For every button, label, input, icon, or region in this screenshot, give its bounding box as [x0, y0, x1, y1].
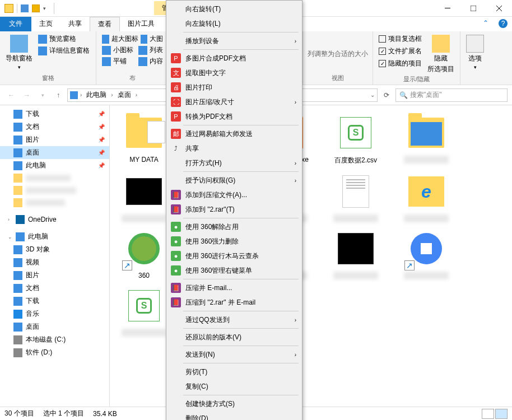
up-button[interactable]: ↑ — [52, 88, 65, 102]
maximize-button[interactable] — [460, 0, 486, 17]
menu-delete[interactable]: 删除(D) — [167, 411, 301, 420]
menu-qq-send[interactable]: 通过QQ发送到› — [167, 312, 301, 327]
ocr-icon: 文 — [171, 68, 181, 78]
navigation-pane-button[interactable]: 导航窗格 ▾ — [4, 34, 34, 74]
folder-icon — [408, 118, 444, 148]
refresh-button[interactable]: ⟳ — [380, 88, 393, 102]
tree-videos[interactable]: 视频 — [0, 256, 109, 269]
item-obscured[interactable] — [394, 111, 458, 165]
pdf-icon: P — [171, 111, 181, 122]
menu-360-force-delete[interactable]: ●使用 360强力删除 — [167, 234, 301, 249]
qat-folder-icon[interactable] — [32, 4, 40, 12]
breadcrumb-dropdown-icon[interactable]: ⌄ — [370, 92, 375, 98]
menu-cut[interactable]: 剪切(T) — [167, 365, 301, 379]
file-ext-toggle[interactable]: ✓文件扩展名 — [378, 46, 423, 57]
resize-icon: ⛶ — [171, 97, 181, 107]
tree-3d[interactable]: 3D 对象 — [0, 243, 109, 256]
menu-cast[interactable]: 播放到设备› — [167, 34, 301, 48]
svg-rect-4 — [421, 243, 432, 254]
menu-add-archive[interactable]: 📕添加到压缩文件(A)... — [167, 188, 301, 202]
item-cmd-thumb[interactable] — [324, 227, 388, 279]
recent-dropdown[interactable]: ▾ — [36, 88, 49, 102]
layout-group-label: 布 — [101, 74, 164, 82]
menu-netease[interactable]: 邮通过网易邮箱大师发送 — [167, 127, 301, 141]
menu-copy[interactable]: 复制(C) — [167, 379, 301, 394]
small-icons-button[interactable]: 小图标列表 — [101, 45, 164, 55]
minimize-button[interactable] — [435, 0, 460, 17]
share-tab[interactable]: 共享 — [60, 17, 90, 31]
tree-pictures[interactable]: 图片📌 — [0, 133, 109, 146]
details-view-button[interactable] — [482, 409, 494, 419]
qat-dropdown-icon[interactable]: ▾ — [43, 6, 46, 11]
tree-documents2[interactable]: 文档 — [0, 282, 109, 295]
menu-zip-2rar-email[interactable]: 📕压缩到 "2.rar" 并 E-mail — [167, 295, 301, 310]
menu-grant-access[interactable]: 授予访问权限(G)› — [167, 173, 301, 188]
search-icon: 🔍 — [399, 91, 408, 99]
menu-zip-email[interactable]: 📕压缩并 E-mail... — [167, 281, 301, 295]
hidden-items-toggle[interactable]: ✓隐藏的项目 — [378, 58, 423, 69]
tree-onedrive[interactable]: ›OneDrive — [0, 213, 109, 226]
hide-selected-button[interactable]: 隐藏所选项目 — [426, 34, 455, 75]
chevron-right-icon[interactable]: › — [8, 217, 12, 222]
chevron-down-icon[interactable]: ⌄ — [8, 234, 12, 240]
drive-icon — [13, 348, 22, 357]
menu-360-unlock[interactable]: ●使用 360解除占用 — [167, 220, 301, 234]
menu-ocr[interactable]: 文提取图中文字 — [167, 66, 301, 80]
tree-downloads2[interactable]: 下载 — [0, 295, 109, 307]
xl-icons-button[interactable]: 超大图标大图 — [101, 34, 164, 44]
qat-separator — [17, 4, 17, 13]
forward-button[interactable]: → — [20, 88, 34, 102]
details-pane-button[interactable]: 详细信息窗格 — [37, 45, 91, 56]
collapse-ribbon-icon[interactable]: ⌃ — [477, 17, 494, 31]
tree-folder-obscured[interactable] — [0, 184, 109, 197]
menu-360-scan[interactable]: ●使用 360进行木马云查杀 — [167, 249, 301, 263]
menu-topdf[interactable]: P转换为PDF文档 — [167, 109, 301, 124]
current-view-label: 视图 — [308, 74, 368, 82]
tree-cdrive[interactable]: 本地磁盘 (C:) — [0, 333, 109, 346]
item-ie-folder[interactable]: e — [394, 170, 458, 222]
breadcrumb-thispc[interactable]: 此电脑 — [84, 89, 109, 101]
menu-rotate-right[interactable]: 向右旋转(T) — [167, 2, 301, 16]
menu-create-shortcut[interactable]: 创建快捷方式(S) — [167, 396, 301, 411]
help-button[interactable]: ? — [499, 19, 508, 28]
search-input[interactable]: 🔍 搜索"桌面" — [395, 88, 508, 102]
tiles-button[interactable]: 平铺内容 — [101, 56, 164, 67]
menu-restore-version[interactable]: 还原以前的版本(V) — [167, 330, 301, 344]
item-baidu-csv[interactable]: S百度数据2.csv — [324, 111, 388, 165]
picture-tools-tab[interactable]: 图片工具 — [120, 17, 162, 31]
tree-thispc[interactable]: ⌄此电脑 — [0, 230, 109, 243]
tree-thispc-quick[interactable]: 此电脑📌 — [0, 159, 109, 172]
tree-pictures2[interactable]: 图片 — [0, 269, 109, 282]
tree-folder-obscured[interactable] — [0, 197, 109, 209]
file-tab[interactable]: 文件 — [0, 17, 31, 31]
close-button[interactable] — [486, 0, 512, 17]
menu-360-rightclick[interactable]: ●使用 360管理右键菜单 — [167, 263, 301, 278]
tree-desktop2[interactable]: 桌面 — [0, 320, 109, 333]
navigation-tree[interactable]: 下载📌 文档📌 图片📌 桌面📌 此电脑📌 ›OneDrive ⌄此电脑 3D 对… — [0, 105, 110, 407]
menu-pdf-merge[interactable]: P多图片合成PDF文档 — [167, 51, 301, 66]
tree-desktop[interactable]: 桌面📌 — [0, 146, 109, 159]
tree-downloads[interactable]: 下载📌 — [0, 108, 109, 120]
menu-openwith[interactable]: 打开方式(H)› — [167, 156, 301, 170]
options-button[interactable]: 选项 ▾ — [465, 34, 485, 71]
menu-resize[interactable]: ⛶图片压缩/改尺寸› — [167, 95, 301, 109]
preview-pane-button[interactable]: 预览窗格 — [37, 34, 91, 44]
icons-view-button[interactable] — [495, 409, 508, 419]
menu-add-2rar[interactable]: 📕添加到 "2.rar"(T) — [167, 202, 301, 217]
menu-share[interactable]: ⤴共享 — [167, 141, 301, 156]
qat-icon[interactable] — [21, 4, 29, 12]
menu-sendto[interactable]: 发送到(N)› — [167, 347, 301, 362]
back-button[interactable]: ← — [4, 88, 18, 102]
menu-print[interactable]: 🖨图片打印 — [167, 80, 301, 95]
item-txt[interactable] — [324, 170, 388, 222]
tree-music[interactable]: 音乐 — [0, 307, 109, 320]
tree-folder-obscured[interactable] — [0, 172, 109, 184]
breadcrumb-desktop[interactable]: 桌面 — [115, 89, 133, 101]
home-tab[interactable]: 主页 — [31, 17, 60, 31]
menu-rotate-left[interactable]: 向左旋转(L) — [167, 16, 301, 31]
tree-ddrive[interactable]: 软件 (D:) — [0, 346, 109, 359]
view-tab[interactable]: 查看 — [90, 17, 120, 31]
tree-documents[interactable]: 文档📌 — [0, 120, 109, 133]
item-checkbox-toggle[interactable]: 项目复选框 — [378, 34, 423, 44]
item-security[interactable]: ↗ — [394, 227, 458, 279]
